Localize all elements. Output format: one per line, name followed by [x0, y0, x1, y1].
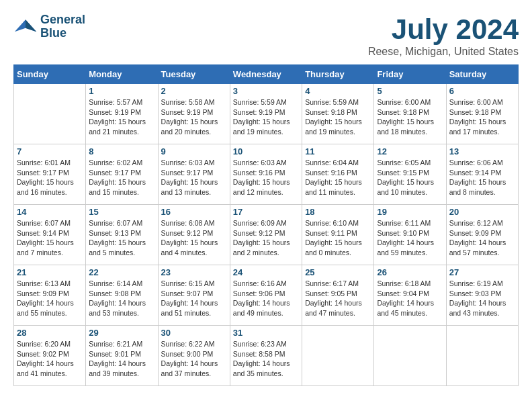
calendar-cell: 23Sunrise: 6:15 AM Sunset: 9:07 PM Dayli… [158, 265, 230, 326]
day-number: 16 [161, 207, 227, 217]
day-info: Sunrise: 6:01 AM Sunset: 9:17 PM Dayligh… [17, 158, 83, 197]
title-block: July 2024 Reese, Michigan, United States [368, 13, 519, 58]
day-number: 27 [449, 267, 515, 277]
day-number: 31 [233, 328, 299, 338]
calendar-cell [14, 84, 86, 144]
weekday-header-wednesday: Wednesday [230, 65, 302, 84]
day-number: 14 [17, 207, 83, 217]
calendar-cell: 21Sunrise: 6:13 AM Sunset: 9:09 PM Dayli… [14, 265, 86, 326]
day-number: 3 [233, 86, 299, 96]
day-number: 4 [305, 86, 371, 96]
logo-icon [13, 15, 38, 39]
day-info: Sunrise: 6:05 AM Sunset: 9:15 PM Dayligh… [377, 158, 443, 197]
day-info: Sunrise: 6:02 AM Sunset: 9:17 PM Dayligh… [89, 158, 154, 197]
day-info: Sunrise: 6:11 AM Sunset: 9:10 PM Dayligh… [377, 218, 443, 258]
calendar-cell: 31Sunrise: 6:23 AM Sunset: 8:58 PM Dayli… [230, 326, 302, 386]
week-row-5: 28Sunrise: 6:20 AM Sunset: 9:02 PM Dayli… [14, 326, 519, 386]
day-number: 12 [377, 146, 443, 156]
day-info: Sunrise: 5:59 AM Sunset: 9:18 PM Dayligh… [305, 97, 371, 137]
day-info: Sunrise: 6:18 AM Sunset: 9:04 PM Dayligh… [377, 279, 443, 318]
day-info: Sunrise: 6:08 AM Sunset: 9:12 PM Dayligh… [161, 218, 227, 258]
day-number: 22 [89, 267, 154, 277]
day-number: 6 [449, 86, 515, 96]
calendar-cell: 7Sunrise: 6:01 AM Sunset: 9:17 PM Daylig… [14, 144, 86, 205]
day-info: Sunrise: 6:03 AM Sunset: 9:17 PM Dayligh… [161, 158, 227, 197]
weekday-header-saturday: Saturday [446, 65, 518, 84]
calendar-cell: 16Sunrise: 6:08 AM Sunset: 9:12 PM Dayli… [158, 205, 230, 265]
day-number: 11 [305, 146, 371, 156]
calendar-cell: 3Sunrise: 5:59 AM Sunset: 9:19 PM Daylig… [230, 84, 302, 144]
day-info: Sunrise: 6:20 AM Sunset: 9:02 PM Dayligh… [17, 339, 83, 379]
calendar-cell [374, 326, 446, 386]
calendar-cell: 25Sunrise: 6:17 AM Sunset: 9:05 PM Dayli… [302, 265, 374, 326]
day-number: 18 [305, 207, 371, 217]
calendar-cell: 5Sunrise: 6:00 AM Sunset: 9:18 PM Daylig… [374, 84, 446, 144]
weekday-header-friday: Friday [374, 65, 446, 84]
logo-text: General Blue [40, 13, 85, 40]
day-info: Sunrise: 6:00 AM Sunset: 9:18 PM Dayligh… [449, 97, 515, 137]
day-info: Sunrise: 6:09 AM Sunset: 9:12 PM Dayligh… [233, 218, 299, 258]
calendar-cell: 11Sunrise: 6:04 AM Sunset: 9:16 PM Dayli… [302, 144, 374, 205]
weekday-header-row: SundayMondayTuesdayWednesdayThursdayFrid… [14, 65, 519, 84]
logo: General Blue [13, 13, 85, 40]
day-info: Sunrise: 6:07 AM Sunset: 9:13 PM Dayligh… [89, 218, 154, 258]
day-info: Sunrise: 6:22 AM Sunset: 9:00 PM Dayligh… [161, 339, 227, 379]
day-info: Sunrise: 5:57 AM Sunset: 9:19 PM Dayligh… [89, 97, 154, 137]
location: Reese, Michigan, United States [368, 46, 519, 58]
day-info: Sunrise: 5:58 AM Sunset: 9:19 PM Dayligh… [161, 97, 227, 137]
weekday-header-monday: Monday [86, 65, 158, 84]
day-info: Sunrise: 6:19 AM Sunset: 9:03 PM Dayligh… [449, 279, 515, 318]
day-info: Sunrise: 6:16 AM Sunset: 9:06 PM Dayligh… [233, 279, 299, 318]
day-info: Sunrise: 6:07 AM Sunset: 9:14 PM Dayligh… [17, 218, 83, 258]
calendar-cell: 29Sunrise: 6:21 AM Sunset: 9:01 PM Dayli… [86, 326, 158, 386]
day-info: Sunrise: 6:15 AM Sunset: 9:07 PM Dayligh… [161, 279, 227, 318]
day-number: 20 [449, 207, 515, 217]
calendar-cell: 6Sunrise: 6:00 AM Sunset: 9:18 PM Daylig… [446, 84, 518, 144]
calendar-cell: 22Sunrise: 6:14 AM Sunset: 9:08 PM Dayli… [86, 265, 158, 326]
day-number: 5 [377, 86, 443, 96]
calendar-table: SundayMondayTuesdayWednesdayThursdayFrid… [13, 64, 519, 386]
week-row-1: 1Sunrise: 5:57 AM Sunset: 9:19 PM Daylig… [14, 84, 519, 144]
day-number: 25 [305, 267, 371, 277]
calendar-cell: 19Sunrise: 6:11 AM Sunset: 9:10 PM Dayli… [374, 205, 446, 265]
calendar-cell [302, 326, 374, 386]
day-info: Sunrise: 6:12 AM Sunset: 9:09 PM Dayligh… [449, 218, 515, 258]
weekday-header-tuesday: Tuesday [158, 65, 230, 84]
calendar-cell: 1Sunrise: 5:57 AM Sunset: 9:19 PM Daylig… [86, 84, 158, 144]
day-number: 15 [89, 207, 154, 217]
calendar-cell: 30Sunrise: 6:22 AM Sunset: 9:00 PM Dayli… [158, 326, 230, 386]
calendar-cell: 4Sunrise: 5:59 AM Sunset: 9:18 PM Daylig… [302, 84, 374, 144]
day-info: Sunrise: 6:17 AM Sunset: 9:05 PM Dayligh… [305, 279, 371, 318]
calendar-cell: 26Sunrise: 6:18 AM Sunset: 9:04 PM Dayli… [374, 265, 446, 326]
calendar-cell: 10Sunrise: 6:03 AM Sunset: 9:16 PM Dayli… [230, 144, 302, 205]
calendar-cell: 17Sunrise: 6:09 AM Sunset: 9:12 PM Dayli… [230, 205, 302, 265]
calendar-cell: 13Sunrise: 6:06 AM Sunset: 9:14 PM Dayli… [446, 144, 518, 205]
calendar-cell: 8Sunrise: 6:02 AM Sunset: 9:17 PM Daylig… [86, 144, 158, 205]
day-number: 24 [233, 267, 299, 277]
day-number: 23 [161, 267, 227, 277]
calendar-cell: 28Sunrise: 6:20 AM Sunset: 9:02 PM Dayli… [14, 326, 86, 386]
day-number: 26 [377, 267, 443, 277]
day-number: 17 [233, 207, 299, 217]
weekday-header-sunday: Sunday [14, 65, 86, 84]
day-number: 2 [161, 86, 227, 96]
calendar-cell: 27Sunrise: 6:19 AM Sunset: 9:03 PM Dayli… [446, 265, 518, 326]
calendar-cell: 2Sunrise: 5:58 AM Sunset: 9:19 PM Daylig… [158, 84, 230, 144]
day-number: 29 [89, 328, 154, 338]
calendar-cell [446, 326, 518, 386]
day-number: 13 [449, 146, 515, 156]
day-info: Sunrise: 6:13 AM Sunset: 9:09 PM Dayligh… [17, 279, 83, 318]
day-info: Sunrise: 6:00 AM Sunset: 9:18 PM Dayligh… [377, 97, 443, 137]
day-info: Sunrise: 6:14 AM Sunset: 9:08 PM Dayligh… [89, 279, 154, 318]
week-row-2: 7Sunrise: 6:01 AM Sunset: 9:17 PM Daylig… [14, 144, 519, 205]
svg-marker-1 [26, 19, 36, 32]
day-number: 10 [233, 146, 299, 156]
day-number: 9 [161, 146, 227, 156]
week-row-4: 21Sunrise: 6:13 AM Sunset: 9:09 PM Dayli… [14, 265, 519, 326]
day-number: 28 [17, 328, 83, 338]
calendar-cell: 12Sunrise: 6:05 AM Sunset: 9:15 PM Dayli… [374, 144, 446, 205]
page-header: General Blue July 2024 Reese, Michigan, … [13, 13, 519, 58]
day-info: Sunrise: 6:04 AM Sunset: 9:16 PM Dayligh… [305, 158, 371, 197]
day-number: 19 [377, 207, 443, 217]
calendar-cell: 24Sunrise: 6:16 AM Sunset: 9:06 PM Dayli… [230, 265, 302, 326]
